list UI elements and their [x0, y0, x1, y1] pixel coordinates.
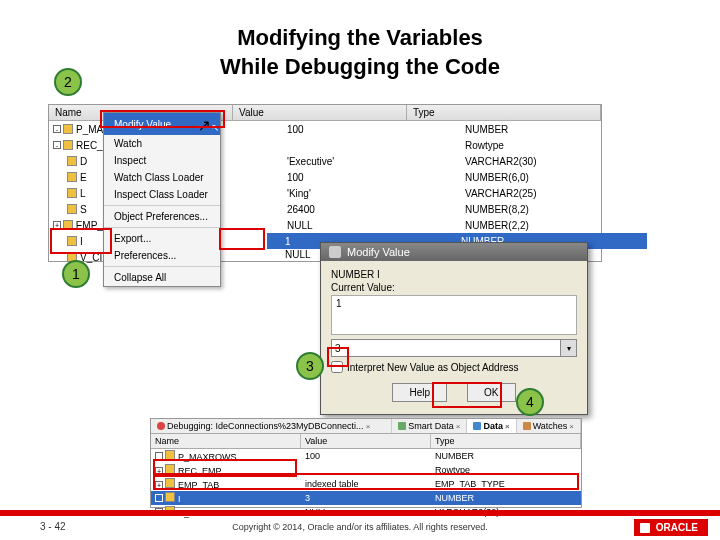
- copyright: Copyright © 2014, Oracle and/or its affi…: [0, 522, 720, 532]
- debug-tabbar: Debugging: IdeConnections%23MyDBConnecti…: [151, 419, 581, 434]
- close-icon[interactable]: ×: [569, 422, 574, 431]
- combo-arrow-icon[interactable]: ▾: [561, 339, 577, 357]
- close-icon[interactable]: ×: [505, 422, 510, 431]
- menu-inspect-class-loader[interactable]: Inspect Class Loader: [104, 186, 220, 203]
- context-menu[interactable]: Modify Value... ↖ Watch Inspect Watch Cl…: [103, 112, 221, 287]
- smart-data-icon: [398, 422, 406, 430]
- badge-2: 2: [54, 68, 82, 96]
- label-current-value: Current Value:: [331, 282, 577, 293]
- dialog-titlebar[interactable]: Modify Value: [321, 243, 587, 261]
- title-line-2: While Debugging the Code: [220, 54, 500, 79]
- menu-inspect[interactable]: Inspect: [104, 152, 220, 169]
- highlight-var-i: [50, 228, 112, 254]
- grid-col-name: Name: [151, 434, 301, 448]
- table-row-selected[interactable]: I 3 NUMBER: [151, 491, 581, 505]
- title-line-1: Modifying the Variables: [237, 25, 483, 50]
- badge-3: 3: [296, 352, 324, 380]
- new-value-input[interactable]: [331, 339, 561, 357]
- tab-debugging[interactable]: Debugging: IdeConnections%23MyDBConnecti…: [151, 419, 392, 433]
- watches-icon: [523, 422, 531, 430]
- data-icon: [473, 422, 481, 430]
- col-type: Type: [407, 105, 601, 120]
- tab-watches[interactable]: Watches ×: [517, 419, 581, 433]
- close-icon[interactable]: ×: [366, 422, 371, 431]
- menu-export[interactable]: Export...: [104, 230, 220, 247]
- col-value: Value: [233, 105, 407, 120]
- tab-smart-data[interactable]: Smart Data ×: [392, 419, 467, 433]
- highlight-i-row: [153, 473, 579, 490]
- row-below: NULL: [285, 249, 311, 260]
- close-icon[interactable]: ×: [456, 422, 461, 431]
- bug-icon: [157, 422, 165, 430]
- current-value-field: 1: [331, 295, 577, 335]
- new-value-combo[interactable]: ▾: [331, 339, 577, 357]
- highlight-ok: [432, 382, 502, 408]
- oracle-logo: ORACLE: [634, 519, 708, 536]
- menu-preferences[interactable]: Preferences...: [104, 247, 220, 264]
- badge-4: 4: [516, 388, 544, 416]
- badge-1: 1: [62, 260, 90, 288]
- interpret-checkbox-row[interactable]: Interpret New Value as Object Address: [331, 361, 577, 373]
- menu-object-prefs[interactable]: Object Preferences...: [104, 208, 220, 225]
- highlight-modify-menu: [100, 110, 225, 128]
- value-column: 100 'Executive' 100 'King' 26400 NULL in…: [283, 121, 457, 249]
- menu-watch-class-loader[interactable]: Watch Class Loader: [104, 169, 220, 186]
- menu-watch[interactable]: Watch: [104, 135, 220, 152]
- label-type: NUMBER I: [331, 269, 577, 280]
- footer-bar: [0, 510, 720, 516]
- grid-col-value: Value: [301, 434, 431, 448]
- slide-title: Modifying the Variables While Debugging …: [0, 24, 720, 81]
- slide: Modifying the Variables While Debugging …: [0, 0, 720, 540]
- menu-collapse-all[interactable]: Collapse All: [104, 269, 220, 286]
- dialog-icon: [329, 246, 341, 258]
- highlight-value-1: [219, 228, 265, 250]
- grid-col-type: Type: [431, 434, 581, 448]
- interpret-label: Interpret New Value as Object Address: [347, 362, 519, 373]
- tab-data[interactable]: Data ×: [467, 419, 516, 433]
- highlight-new-value: [327, 347, 349, 367]
